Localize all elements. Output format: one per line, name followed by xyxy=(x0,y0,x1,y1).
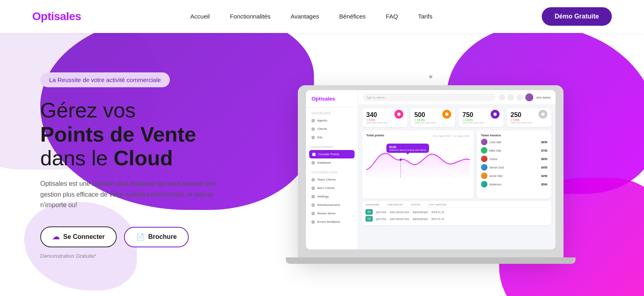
db-section-dashboard: Dashboard xyxy=(306,108,358,116)
demo-gratuite-button[interactable]: Démo Gratuite xyxy=(542,7,612,26)
clients-icon xyxy=(312,127,315,131)
demo-text: Démonstration Gratuite* xyxy=(40,253,233,259)
db-invoice-item-0: Luke Star $650 xyxy=(481,139,547,145)
svg-point-1 xyxy=(445,113,448,116)
row-status-0: Administrator xyxy=(413,211,428,214)
brochure-button[interactable]: 📄 Brochure xyxy=(124,227,189,247)
navbar: Optisales Accueil Fonctionnalités Avanta… xyxy=(0,0,644,33)
db-topbar-icons: John Admin xyxy=(499,93,551,101)
stat-desc-3: John Doe John Doe xyxy=(511,121,548,124)
hero-title: Gérez vos Points de Vente dans le Cloud xyxy=(40,99,233,171)
stat-icon-3 xyxy=(539,110,547,119)
db-menu-clients[interactable]: Clients xyxy=(306,125,358,133)
db-menu-reimbursement[interactable]: Reimbursement xyxy=(306,201,358,209)
svg-point-0 xyxy=(397,113,400,116)
brand-logo: Optisales xyxy=(32,10,81,23)
user-name: John Admin xyxy=(536,96,551,99)
nav-link-fonctionnalites[interactable]: Fonctionnalités xyxy=(230,13,270,20)
hero-description: Optisales est une solution ultra moderne… xyxy=(40,179,233,210)
col-header-updated: LAST UPDATED xyxy=(428,204,447,206)
db-chart-date-range: from: Agust 2024 | to: Agust 2024 xyxy=(433,135,470,137)
nav-link-tarifs[interactable]: Tarifs xyxy=(418,13,433,20)
inv-avatar-2 xyxy=(481,156,487,162)
aero-clients-icon xyxy=(312,187,315,190)
db-invoice-item-1: Mike Star $700 xyxy=(481,147,547,154)
stat-icon-0 xyxy=(394,110,403,119)
db-menu-settings[interactable]: Settings xyxy=(306,192,358,201)
row-badge-0: 77 xyxy=(365,209,373,215)
db-stat-card-1: 500 + 15.3% John Doe John Doe xyxy=(411,108,456,127)
nav-link-benefices[interactable]: Bénéfices xyxy=(339,13,366,20)
table-row-1: 77 john Doe John demon Doc Administrator… xyxy=(365,216,548,222)
db-menu-management-active[interactable]: Counter Points xyxy=(309,150,355,158)
grid-icon[interactable] xyxy=(508,94,514,101)
row-created-0: John demon Doc xyxy=(390,211,409,214)
db-menu-database[interactable]: Database xyxy=(306,158,358,167)
db-invoice-card: Team Invoice Luke Star $650 xyxy=(477,130,551,199)
stat-icon-2 xyxy=(491,110,500,119)
database-icon xyxy=(312,161,315,164)
stat-desc-0: John Doe John Doe xyxy=(366,121,403,124)
db-table-section: USERNAME CREATED BY STATUS LAST UPDATED … xyxy=(362,201,551,225)
laptop-body: Optisales Dashboard Agents Clients xyxy=(298,85,564,258)
dashboard: Optisales Dashboard Agents Clients xyxy=(306,90,555,249)
db-invoice-item-4: Annie Star $250 xyxy=(481,173,547,179)
db-menu-messe-demo[interactable]: Messe demo xyxy=(306,209,358,218)
stat-change-2: + 0.00% xyxy=(462,119,500,121)
db-chart-tooltip: $136 Statistics amount being sold labels xyxy=(386,144,429,153)
stat-change-0: + 5.5% xyxy=(366,119,403,121)
se-connecter-button[interactable]: ☁ Se Connecter xyxy=(40,226,117,247)
laptop-base xyxy=(286,257,576,264)
db-menu-aero-clients[interactable]: Aero Clients xyxy=(306,184,358,192)
db-sidebar: Optisales Dashboard Agents Clients xyxy=(306,90,358,249)
db-chart-area: $136 Statistics amount being sold labels xyxy=(366,140,470,180)
db-menu-team-clients[interactable]: Team Clients xyxy=(306,175,358,184)
nav-link-accueil[interactable]: Accueil xyxy=(190,13,210,20)
errors-icon xyxy=(312,220,315,224)
hero-badge: La Reussite de votre activité commercial… xyxy=(40,72,170,87)
user-avatar[interactable] xyxy=(525,93,533,101)
notification-icon[interactable] xyxy=(499,94,505,101)
col-header-created: CREATED BY xyxy=(387,204,403,206)
svg-point-2 xyxy=(493,113,497,116)
db-stat-card-3: 250 + 5.5% John Doe John Doe xyxy=(507,108,552,127)
hero-title-line1: Gérez vos xyxy=(40,99,136,122)
inv-avatar-4 xyxy=(481,173,487,179)
col-header-username: USERNAME xyxy=(365,204,379,206)
db-search-input[interactable]: Type to search... xyxy=(363,93,495,101)
db-menu-agents[interactable]: Agents xyxy=(306,116,358,125)
cloud-icon: ☁ xyxy=(52,232,60,241)
hero-buttons: ☁ Se Connecter 📄 Brochure xyxy=(40,226,233,247)
db-lower-row: Total points from: Agust 2024 | to: Agus… xyxy=(362,130,551,199)
laptop-notch xyxy=(429,75,432,78)
db-invoice-title: Team Invoice xyxy=(481,134,547,137)
stat-desc-2: John Doe John Doe xyxy=(462,121,500,124)
db-invoice-item-5: Anderson $500 xyxy=(481,181,547,187)
db-menu-errors[interactable]: Errors feedback xyxy=(306,218,358,226)
svg-point-3 xyxy=(541,113,545,116)
nav-link-faq[interactable]: FAQ xyxy=(386,13,398,20)
reimbursement-icon xyxy=(312,204,315,207)
user-icon[interactable] xyxy=(516,94,523,101)
team-clients-icon xyxy=(312,178,315,181)
db-menu-kits[interactable]: Kits xyxy=(306,133,358,142)
stat-change-3: + 5.5% xyxy=(511,119,548,121)
db-chart-title: Total points xyxy=(366,134,384,137)
db-invoice-item-2: Yosha $650 xyxy=(481,156,547,162)
db-main-content: Type to search... John Admin xyxy=(358,90,555,249)
document-icon: 📄 xyxy=(136,233,144,241)
row-username-1: john Doe xyxy=(376,218,386,220)
stat-desc-1: John Doe John Doe xyxy=(415,121,452,124)
stat-change-1: + 15.3% xyxy=(415,119,452,121)
nav-link-avantages[interactable]: Avantages xyxy=(291,13,319,20)
db-section-management: Management xyxy=(306,142,358,150)
laptop-mockup: Optisales Dashboard Agents Clients xyxy=(296,73,566,258)
col-header-status: STATUS xyxy=(411,204,420,206)
row-created-1: John demon Doc xyxy=(390,218,409,220)
db-chart-card: Total points from: Agust 2024 | to: Agus… xyxy=(362,130,474,199)
db-stats-row: 340 + 5.5% John Doe John Doe 500 xyxy=(362,108,551,127)
stat-icon-1 xyxy=(442,110,451,119)
row-username-0: john Doe xyxy=(376,211,386,214)
hero-title-line3: dans le Cloud xyxy=(40,146,173,170)
db-content-area: 340 + 5.5% John Doe John Doe 500 xyxy=(358,105,555,249)
